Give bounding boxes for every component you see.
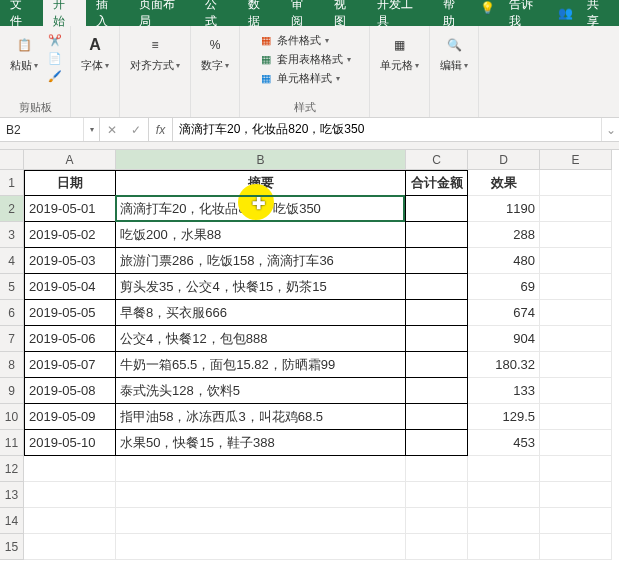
align-button[interactable]: ≡ 对齐方式▾ [126,32,184,75]
cell[interactable]: 摘要 [116,170,406,196]
cell[interactable]: 2019-05-10 [24,430,116,456]
tab-help[interactable]: 帮助 [433,0,476,26]
cell[interactable] [406,534,468,560]
cell[interactable]: 2019-05-02 [24,222,116,248]
cell[interactable] [540,248,612,274]
tab-layout[interactable]: 页面布局 [129,0,195,26]
cell[interactable] [406,404,468,430]
cell[interactable]: 公交4，快餐12，包包888 [116,326,406,352]
cell[interactable] [116,508,406,534]
tab-view[interactable]: 视图 [324,0,367,26]
cell[interactable]: 69 [468,274,540,300]
format-painter-button[interactable]: 🖌️ [46,68,64,84]
tab-review[interactable]: 审阅 [281,0,324,26]
table-format-button[interactable]: ▦套用表格格式▾ [257,51,353,68]
cell[interactable] [24,482,116,508]
formula-input[interactable] [173,118,601,141]
cell[interactable] [24,534,116,560]
cell[interactable] [406,378,468,404]
cells-button[interactable]: ▦ 单元格▾ [376,32,423,75]
confirm-button[interactable]: ✓ [124,123,148,137]
cell[interactable]: 滴滴打车20，化妆品820，吃饭350 [116,196,406,222]
cell[interactable] [468,534,540,560]
cell[interactable]: 水果50，快餐15，鞋子388 [116,430,406,456]
cell[interactable]: 288 [468,222,540,248]
tell-me[interactable]: 告诉我 [499,0,554,26]
cell[interactable]: 泰式洗头128，饮料5 [116,378,406,404]
cell[interactable]: 指甲油58，冰冻西瓜3，叫花鸡68.5 [116,404,406,430]
row-header[interactable]: 14 [0,508,24,534]
cell[interactable] [540,352,612,378]
cell[interactable] [406,352,468,378]
cell[interactable] [540,534,612,560]
cond-format-button[interactable]: ▦条件格式▾ [257,32,353,49]
formula-expand-button[interactable]: ⌄ [601,118,619,141]
cell[interactable] [406,300,468,326]
cell[interactable] [540,430,612,456]
tab-home[interactable]: 开始 [43,0,86,26]
cell[interactable]: 133 [468,378,540,404]
cell[interactable]: 453 [468,430,540,456]
cell[interactable]: 剪头发35，公交4，快餐15，奶茶15 [116,274,406,300]
cell[interactable]: 129.5 [468,404,540,430]
cell[interactable]: 效果 [468,170,540,196]
number-button[interactable]: % 数字▾ [197,32,233,75]
cell[interactable] [406,248,468,274]
tab-dev[interactable]: 开发工具 [367,0,433,26]
cell[interactable]: 1190 [468,196,540,222]
cell[interactable]: 牛奶一箱65.5，面包15.82，防晒霜99 [116,352,406,378]
row-header[interactable]: 13 [0,482,24,508]
cell[interactable] [540,170,612,196]
share-button[interactable]: 共享 [577,0,619,30]
col-header-C[interactable]: C [406,150,468,170]
tab-file[interactable]: 文件 [0,0,43,26]
cell[interactable]: 旅游门票286，吃饭158，滴滴打车36 [116,248,406,274]
row-header[interactable]: 2 [0,196,24,222]
cell[interactable] [540,378,612,404]
cell[interactable] [24,508,116,534]
cell[interactable] [406,456,468,482]
edit-button[interactable]: 🔍 编辑▾ [436,32,472,75]
col-header-E[interactable]: E [540,150,612,170]
row-header[interactable]: 7 [0,326,24,352]
name-box[interactable]: B2 ▾ [0,118,100,141]
cut-button[interactable]: ✂️ [46,32,64,48]
row-header[interactable]: 3 [0,222,24,248]
cell[interactable]: 904 [468,326,540,352]
col-header-D[interactable]: D [468,150,540,170]
cell[interactable] [116,482,406,508]
cell[interactable] [540,404,612,430]
font-button[interactable]: A 字体▾ [77,32,113,75]
row-header[interactable]: 5 [0,274,24,300]
cell[interactable] [468,508,540,534]
row-header[interactable]: 4 [0,248,24,274]
cell[interactable]: 合计金额 [406,170,468,196]
cell[interactable]: 2019-05-09 [24,404,116,430]
cell[interactable] [540,196,612,222]
row-header[interactable]: 15 [0,534,24,560]
col-header-B[interactable]: B [116,150,406,170]
cell-style-button[interactable]: ▦单元格样式▾ [257,70,353,87]
cell[interactable] [540,456,612,482]
cell[interactable] [406,274,468,300]
cell[interactable]: 2019-05-08 [24,378,116,404]
cell[interactable] [540,274,612,300]
cell[interactable] [116,456,406,482]
cell[interactable]: 2019-05-05 [24,300,116,326]
cell[interactable] [540,222,612,248]
cell[interactable] [406,482,468,508]
row-header[interactable]: 9 [0,378,24,404]
cell[interactable] [406,508,468,534]
cell[interactable]: 2019-05-01 [24,196,116,222]
select-all-corner[interactable] [0,150,24,170]
col-header-A[interactable]: A [24,150,116,170]
tab-data[interactable]: 数据 [238,0,281,26]
row-header[interactable]: 1 [0,170,24,196]
tab-insert[interactable]: 插入 [86,0,129,26]
cell[interactable] [406,196,468,222]
cell[interactable] [468,456,540,482]
cell[interactable] [406,430,468,456]
row-header[interactable]: 8 [0,352,24,378]
tab-formula[interactable]: 公式 [195,0,238,26]
cell[interactable] [468,482,540,508]
